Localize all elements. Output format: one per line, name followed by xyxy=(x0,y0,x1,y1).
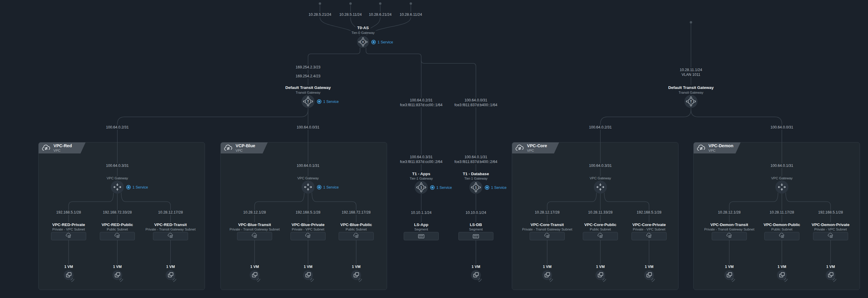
vm-icon xyxy=(594,269,608,283)
vm-count-label: 1 VM xyxy=(164,264,177,269)
vpc-service-badge[interactable]: 1 Service xyxy=(126,185,148,189)
t0-gateway-type: Tier-0 Gateway xyxy=(350,31,376,35)
vm-icon xyxy=(164,269,179,283)
t1-gateway-type: Tier-1 Gateway xyxy=(408,177,435,181)
vm-count-label: 1 VM xyxy=(643,264,655,269)
t1-gateway-name: T1 - Database xyxy=(461,171,491,177)
segment-name: LS-App xyxy=(412,222,430,227)
tgw-service-badge[interactable]: 1 Service xyxy=(317,99,339,104)
vpc-gateway-icon[interactable] xyxy=(775,181,788,194)
subnet-type-label: Private - Transit Gateway Subnet xyxy=(703,227,756,232)
vm-node[interactable] xyxy=(248,269,262,283)
subnet-node[interactable] xyxy=(813,232,848,240)
vm-node[interactable] xyxy=(594,269,608,283)
subnet-node[interactable] xyxy=(712,232,747,240)
tier0-gateway-icon[interactable] xyxy=(357,36,369,48)
topology-canvas: 0 1 T xyxy=(0,0,868,298)
vm-node[interactable] xyxy=(164,269,179,283)
tier1-gateway-icon[interactable] xyxy=(469,181,483,194)
vm-node[interactable] xyxy=(62,269,76,283)
subnet-node[interactable] xyxy=(100,232,135,240)
vm-node[interactable] xyxy=(541,269,555,283)
service-count-label: 1 Service xyxy=(377,40,393,44)
vpc-uplink-ip-label: 100.64.0.0/31 xyxy=(769,125,795,130)
subnet-node[interactable] xyxy=(583,232,618,240)
subnet-icon xyxy=(65,233,72,239)
vpc-gateway-icon[interactable] xyxy=(594,181,607,194)
tgw-vlan-label: VLAN 1011 xyxy=(680,72,702,77)
subnet-ip-label: 10.28.12.17/28 xyxy=(533,210,561,215)
tgw-uplink-ip-label: 10.28.11.1/24 xyxy=(678,67,704,72)
subnet-type-label: Public Subnet xyxy=(588,227,613,232)
vpc-gateway-icon[interactable] xyxy=(111,181,124,194)
segment-node[interactable] xyxy=(404,232,439,240)
vm-node[interactable] xyxy=(470,269,484,283)
vm-node[interactable] xyxy=(302,269,316,283)
vm-icon xyxy=(62,269,76,283)
vpc-gateway-ip-label: 100.64.0.3/31 xyxy=(104,163,130,168)
subnet-node[interactable] xyxy=(153,232,188,240)
transit-gateway-icon[interactable] xyxy=(302,95,315,108)
subnet-ip-label: 192.168.5.1/28 xyxy=(294,210,322,215)
vpc-service-badge[interactable]: 1 Service xyxy=(317,185,339,189)
subnet-name: VPC-RED-Private xyxy=(51,222,87,227)
subnet-name: VPC-Demon-Private xyxy=(810,222,851,227)
t1-gateway-name: T1 - Apps xyxy=(410,171,432,177)
vm-count-label: 1 VM xyxy=(350,264,362,269)
segment-node[interactable] xyxy=(458,232,493,240)
subnet-type-label: Public Subnet xyxy=(344,227,369,232)
vm-node[interactable] xyxy=(350,269,364,283)
subnet-name: VPC-Blue-Public xyxy=(339,222,374,227)
service-status-icon xyxy=(485,185,489,190)
vm-node[interactable] xyxy=(723,269,737,283)
t1-uplink-ip4-label: 100.64.0.0/31 xyxy=(463,98,489,103)
tgw-link-ip-label: 169.254.2.3/23 xyxy=(294,65,322,70)
vm-icon xyxy=(541,269,555,283)
segment-type-label: Segment xyxy=(467,227,485,232)
tgw-name: Default Transit Gateway xyxy=(666,85,715,90)
t1-ip6-label: fce3:f811:837d:cc00::2/64 xyxy=(398,159,444,164)
vm-icon xyxy=(302,269,316,283)
vm-count-label: 1 VM xyxy=(302,264,314,269)
subnet-node[interactable] xyxy=(631,232,666,240)
vm-node[interactable] xyxy=(643,269,657,283)
vpc-gateway-label: VPC Gateway xyxy=(296,176,320,180)
subnet-node[interactable] xyxy=(51,232,86,240)
subnet-node[interactable] xyxy=(237,232,272,240)
service-count-label: 1 Service xyxy=(323,100,339,104)
vm-count-label: 1 VM xyxy=(776,264,788,269)
subnet-node[interactable] xyxy=(530,232,565,240)
t1-ip6-label: fce3:f811:837d:b400::2/64 xyxy=(453,159,499,164)
subnet-name: VPC-Demon-Public xyxy=(762,222,802,227)
subnet-name: VPC-Demon-Transit xyxy=(709,222,750,227)
subnet-ip-label: 192.168.5.1/28 xyxy=(54,210,83,215)
subnet-type-label: Private - VPC Subnet xyxy=(290,227,326,232)
vm-node[interactable] xyxy=(776,269,790,283)
subnet-icon xyxy=(543,233,551,239)
vm-icon xyxy=(643,269,657,283)
vpc-gateway-label: VPC Gateway xyxy=(769,176,794,180)
uplink-ip-label: 10.28.5.11/24 xyxy=(337,12,364,17)
subnet-type-label: Public Subnet xyxy=(105,227,130,232)
subnet-icon xyxy=(304,233,312,239)
vpc-gateway-icon[interactable] xyxy=(302,181,315,194)
vm-count-label: 1 VM xyxy=(62,264,74,269)
subnet-node[interactable] xyxy=(339,232,374,240)
segment-icon xyxy=(417,233,425,239)
t1-uplink-ip6-label: fce3:f811:837d:cc00::1/64 xyxy=(398,103,444,107)
t1-service-badge[interactable]: 1 Service xyxy=(485,185,506,190)
t0-service-badge[interactable]: 1 Service xyxy=(371,40,393,44)
vm-node[interactable] xyxy=(824,269,839,283)
vm-icon xyxy=(723,269,737,283)
subnet-icon xyxy=(778,233,786,239)
subnet-type-label: Private - VPC Subnet xyxy=(51,227,87,232)
t1-service-badge[interactable]: 1 Service xyxy=(430,185,452,190)
subnet-node[interactable] xyxy=(290,232,326,240)
subnet-icon xyxy=(827,233,834,239)
vm-node[interactable] xyxy=(111,269,125,283)
subnet-icon xyxy=(596,233,604,239)
segment-name: LS-DB xyxy=(468,222,484,227)
transit-gateway-icon[interactable] xyxy=(684,95,698,108)
subnet-node[interactable] xyxy=(764,232,799,240)
tier1-gateway-icon[interactable] xyxy=(415,181,428,194)
